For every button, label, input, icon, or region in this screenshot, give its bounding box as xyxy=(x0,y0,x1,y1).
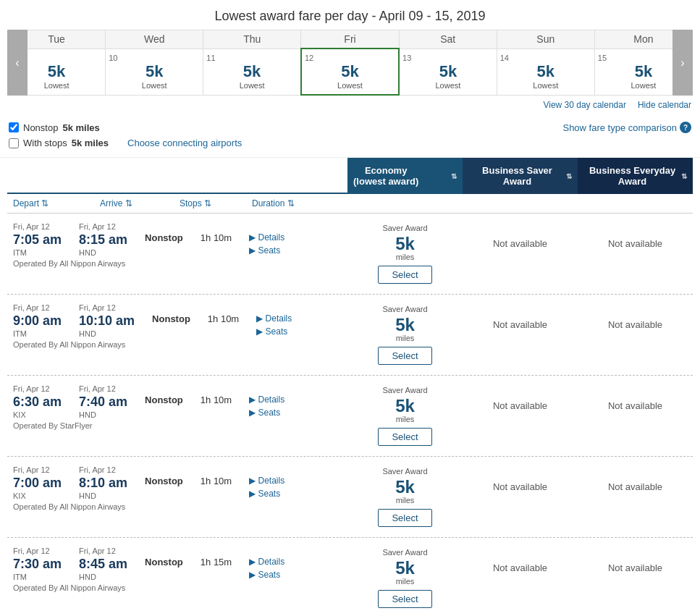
hide-calendar-link[interactable]: Hide calendar xyxy=(638,100,691,110)
duration-1: 1h 10m xyxy=(208,313,239,324)
stops-0: Nonstop xyxy=(145,232,183,243)
select-button-1[interactable]: Select xyxy=(378,347,431,365)
view-30-day-link[interactable]: View 30 day calendar xyxy=(543,100,626,110)
details-link-4[interactable]: ▶ Details xyxy=(249,557,284,567)
depart-date-2: Fri, Apr 12 xyxy=(13,384,62,393)
depart-airport-3: KIX xyxy=(13,491,62,500)
fare-comparison-link[interactable]: Show fare type comparison xyxy=(562,122,677,133)
day-label: Lowest xyxy=(109,81,200,90)
biz-saver-column-header: Business Saver Award ⇅ xyxy=(463,158,578,194)
select-button-3[interactable]: Select xyxy=(378,509,431,527)
depart-block-3: Fri, Apr 12 7:00 am KIX xyxy=(13,465,62,500)
links-block-2: ▶ Details ▶ Seats xyxy=(249,384,284,418)
duration-0: 1h 10m xyxy=(201,232,232,243)
arrive-airport-0: HND xyxy=(79,248,127,257)
fare-miles-2: 5k xyxy=(395,397,415,415)
biz-everyday-column-header: Business Everyday Award ⇅ xyxy=(578,158,693,194)
with-stops-label: With stops xyxy=(23,138,67,148)
sort-stops[interactable]: Stops ⇅ xyxy=(180,198,237,208)
calendar-day-cell-3[interactable]: 12 5k Lowest xyxy=(301,48,399,95)
chevron-left-icon: ‹ xyxy=(15,56,19,69)
calendar-day-cell-1[interactable]: 10 5k Lowest xyxy=(106,48,203,95)
nonstop-filter[interactable]: Nonstop 5k miles xyxy=(9,122,100,133)
biz-saver-status-2: Not available xyxy=(493,386,547,411)
operator-4: Operated By All Nippon Airways xyxy=(13,583,342,592)
day-miles: 5k xyxy=(305,62,395,81)
help-icon[interactable]: ? xyxy=(680,122,691,133)
stops-1: Nonstop xyxy=(152,313,190,324)
select-button-0[interactable]: Select xyxy=(378,266,431,284)
sort-depart[interactable]: Depart ⇅ xyxy=(13,198,85,208)
day-number: 12 xyxy=(305,54,395,62)
details-link-2[interactable]: ▶ Details xyxy=(249,395,284,405)
biz-saver-cell-4: Not available xyxy=(463,544,578,612)
economy-fare-cell-4: Saver Award 5k miles Select xyxy=(347,544,463,612)
results-section: Economy(lowest award) ⇅ Business Saver A… xyxy=(7,158,693,616)
arrive-time-1: 10:10 am xyxy=(79,313,135,329)
page-title: Lowest award fare per day - April 09 - 1… xyxy=(0,0,700,30)
calendar-day-header-3: Fri xyxy=(301,30,399,49)
select-button-2[interactable]: Select xyxy=(378,428,431,446)
choose-airports-link[interactable]: Choose connecting airports xyxy=(127,138,242,148)
sort-duration[interactable]: Duration ⇅ xyxy=(252,198,295,208)
seats-link-0[interactable]: ▶ Seats xyxy=(249,245,284,256)
biz-everyday-cell-0: Not available xyxy=(578,219,693,288)
stops-2: Nonstop xyxy=(145,395,183,405)
arrive-date-2: Fri, Apr 12 xyxy=(79,384,127,393)
day-label: Lowest xyxy=(402,81,494,90)
biz-saver-cell-3: Not available xyxy=(463,463,578,531)
fare-type-label-2: Saver Award xyxy=(382,386,427,395)
with-stops-filter[interactable]: With stops 5k miles xyxy=(9,138,109,148)
arrive-time-0: 8:15 am xyxy=(79,232,127,248)
filter-section: Nonstop 5k miles Show fare type comparis… xyxy=(0,114,700,158)
calendar-prev-button[interactable]: ‹ xyxy=(7,30,28,96)
calendar-day-header-5: Sun xyxy=(497,30,594,49)
calendar-day-cell-5[interactable]: 14 5k Lowest xyxy=(497,48,594,95)
stop-dur-block-2: Nonstop xyxy=(145,384,183,405)
details-link-0[interactable]: ▶ Details xyxy=(249,232,284,242)
calendar-links: View 30 day calendar Hide calendar xyxy=(0,96,700,114)
calendar-next-button[interactable]: › xyxy=(672,30,693,96)
duration-3: 1h 10m xyxy=(201,476,232,486)
depart-date-4: Fri, Apr 12 xyxy=(13,547,62,555)
select-button-4[interactable]: Select xyxy=(378,590,431,608)
biz-everyday-cell-4: Not available xyxy=(578,544,693,612)
depart-block-1: Fri, Apr 12 9:00 am ITM xyxy=(13,303,62,338)
filter-row: Nonstop 5k miles Show fare type comparis… xyxy=(9,122,691,133)
economy-sort-icon[interactable]: ⇅ xyxy=(451,172,457,180)
fare-comparison-container: Show fare type comparison ? xyxy=(562,122,691,133)
with-stops-checkbox[interactable] xyxy=(9,138,19,148)
biz-everyday-sort-icon[interactable]: ⇅ xyxy=(681,172,687,180)
seats-link-4[interactable]: ▶ Seats xyxy=(249,570,284,580)
flight-info-4: Fri, Apr 12 7:30 am ITM Fri, Apr 12 8:45… xyxy=(7,544,347,612)
day-number: 13 xyxy=(402,54,494,62)
flight-rows: Fri, Apr 12 7:05 am ITM Fri, Apr 12 8:15… xyxy=(7,214,693,616)
links-block-0: ▶ Details ▶ Seats xyxy=(249,222,284,256)
details-link-3[interactable]: ▶ Details xyxy=(249,476,284,486)
fare-type-label-0: Saver Award xyxy=(382,224,427,232)
seats-link-3[interactable]: ▶ Seats xyxy=(249,489,284,499)
arrive-time-4: 8:45 am xyxy=(79,557,127,572)
sort-arrive[interactable]: Arrive ⇅ xyxy=(100,198,165,208)
details-link-1[interactable]: ▶ Details xyxy=(256,313,292,324)
fare-miles-3: 5k xyxy=(395,478,415,496)
stops-4: Nonstop xyxy=(145,557,183,568)
arrive-airport-2: HND xyxy=(79,410,127,419)
fare-miles-label-4: miles xyxy=(396,577,415,586)
depart-time-4: 7:30 am xyxy=(13,557,62,572)
nonstop-checkbox[interactable] xyxy=(9,122,19,132)
arrive-block-3: Fri, Apr 12 8:10 am HND xyxy=(79,465,127,500)
duration-block-4: 1h 15m xyxy=(201,547,232,568)
seats-link-1[interactable]: ▶ Seats xyxy=(256,326,292,337)
calendar-day-cell-4[interactable]: 13 5k Lowest xyxy=(399,48,497,95)
biz-saver-sort-icon[interactable]: ⇅ xyxy=(566,172,572,180)
seats-link-2[interactable]: ▶ Seats xyxy=(249,408,284,418)
flight-info-3: Fri, Apr 12 7:00 am KIX Fri, Apr 12 8:10… xyxy=(7,463,347,531)
depart-time-2: 6:30 am xyxy=(13,395,62,410)
arrive-time-2: 7:40 am xyxy=(79,395,127,410)
biz-saver-status-1: Not available xyxy=(493,305,547,330)
depart-time-0: 7:05 am xyxy=(13,232,62,248)
arrive-airport-1: HND xyxy=(79,329,135,338)
calendar-day-cell-2[interactable]: 11 5k Lowest xyxy=(203,48,301,95)
arrive-airport-4: HND xyxy=(79,573,127,581)
